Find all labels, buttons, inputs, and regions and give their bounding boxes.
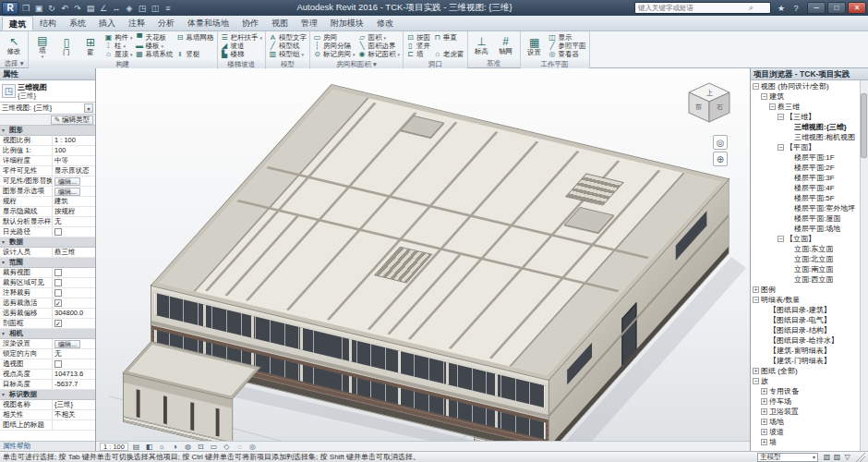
property-value[interactable]: 100 (53, 146, 95, 155)
chevron-down-icon[interactable]: ▾ (124, 43, 127, 49)
panel-label-洞口[interactable]: 洞口 (404, 60, 467, 68)
property-group-图形[interactable]: 图形 (0, 126, 95, 136)
expand-icon[interactable]: + (753, 286, 759, 293)
open-button[interactable]: ❒ (19, 2, 32, 15)
property-value[interactable] (53, 420, 95, 430)
property-value[interactable]: 不相关 (53, 410, 95, 419)
property-value[interactable]: 无 (53, 217, 95, 226)
chevron-down-icon[interactable]: ▾ (384, 35, 387, 41)
type-selector[interactable]: ◳ 三维视图 {三维} (0, 80, 95, 103)
select-links-button[interactable]: ▧ (822, 453, 832, 462)
infocenter-search[interactable]: ⌕ (634, 2, 771, 14)
button-轴网[interactable]: #轴网 (495, 32, 517, 58)
reveal-hidden-button[interactable]: ◎ (247, 443, 258, 451)
ribbon-tab-建筑[interactable]: 建筑 (2, 16, 33, 30)
property-value[interactable]: 按规程 (53, 207, 95, 216)
chevron-down-icon[interactable]: ▾ (130, 52, 133, 57)
ribbon-tab-系统[interactable]: 系统 (63, 16, 92, 30)
design-option-select[interactable]: 主模型 ▾ (757, 453, 818, 462)
browser-item[interactable]: +卫浴装置 (751, 407, 868, 417)
expand-icon[interactable]: + (761, 408, 767, 415)
ribbon-tab-管理[interactable]: 管理 (295, 16, 324, 30)
view-scale-button[interactable]: 1 : 100 (100, 443, 128, 451)
property-value[interactable]: ✓ (53, 319, 95, 328)
panel-label-房间和面积[interactable]: 房间和面积 ▾ (310, 60, 403, 68)
button-墙[interactable]: ▤墙▾ (31, 32, 54, 59)
button-幕墙系统[interactable]: ▦幕墙系统 (136, 50, 174, 58)
browser-item[interactable]: −【立面】 (751, 234, 868, 244)
button-设置[interactable]: ▦设置 (524, 32, 546, 59)
property-value[interactable] (53, 268, 95, 277)
collapse-icon[interactable]: − (753, 378, 759, 384)
button-屋顶[interactable]: ⌂屋顶▾ (104, 50, 133, 58)
browser-item[interactable]: 【图纸目录-结构】 (751, 325, 868, 335)
button-门[interactable]: ▯门 (55, 32, 78, 59)
property-group-标识数据[interactable]: 标识数据 (0, 390, 95, 400)
button-幕墙网格[interactable]: ⊟幕墙网格 (176, 33, 214, 42)
edit-button[interactable]: 编辑... (54, 340, 80, 348)
button-垂直[interactable]: ⊓垂直 (433, 33, 464, 42)
browser-item[interactable]: −明细表/数量 (751, 295, 868, 305)
viewcube[interactable]: 上 前 右 (683, 78, 735, 129)
shadows-button[interactable]: ◑ (170, 443, 180, 451)
browser-item[interactable]: 楼层平面:3F (751, 173, 868, 183)
panel-label-工作平面[interactable]: 工作平面 (521, 60, 589, 68)
select-pins-button[interactable]: ▨ (832, 453, 842, 462)
undo-button[interactable]: ↶ (58, 2, 71, 15)
tag-button[interactable]: ◈ (123, 2, 136, 15)
collapse-icon[interactable]: − (769, 103, 776, 110)
viewcube-right-label[interactable]: 右 (717, 103, 723, 111)
checkbox-unchecked[interactable] (54, 279, 62, 286)
panel-label-楼梯坡道[interactable]: 楼梯坡道 (218, 60, 266, 68)
button-标高[interactable]: ⊥标高 (471, 32, 493, 58)
collapse-icon[interactable]: − (753, 83, 759, 90)
panel-label-模型[interactable]: 模型 (266, 60, 309, 68)
ribbon-tab-分析[interactable]: 分析 (151, 16, 181, 30)
browser-item[interactable]: 楼层平面:5F (751, 193, 868, 203)
browser-item[interactable]: 楼层平面:屋面 (751, 213, 868, 224)
checkbox-unchecked[interactable] (54, 360, 62, 368)
search-icon[interactable]: ⌕ (749, 3, 753, 13)
expand-icon[interactable]: + (761, 429, 767, 435)
properties-help-link[interactable]: 属性帮助 (0, 441, 95, 451)
panel-label-选择[interactable]: 选择 ▾ (0, 59, 28, 67)
maximize-button[interactable]: □ (827, 2, 846, 14)
ribbon-tab-修改[interactable]: 修改 (370, 16, 400, 30)
checkbox-unchecked[interactable] (54, 228, 62, 236)
default-3d-view-button[interactable]: ◳ (136, 2, 149, 15)
browser-item[interactable]: 三维视图:{三维} (751, 122, 868, 132)
application-menu-button[interactable]: R (2, 2, 18, 15)
close-button[interactable]: ✕ (848, 2, 866, 14)
ribbon-tab-视图[interactable]: 视图 (265, 16, 295, 30)
browser-item[interactable]: 【图纸目录-电气】 (751, 315, 868, 325)
property-value[interactable]: -5637.7 (53, 380, 95, 389)
sync-button[interactable]: ↻ (45, 2, 58, 15)
favorites-button[interactable]: ★ (775, 2, 788, 14)
drawing-area[interactable]: 上 前 右 ◎ ⊕ (96, 68, 750, 441)
browser-item[interactable]: 楼层平面:场地 (751, 224, 868, 234)
aligned-dimension-button[interactable]: ↔ (110, 2, 123, 15)
property-value[interactable]: 编辑... (53, 339, 95, 348)
chevron-down-icon[interactable]: ▾ (353, 52, 356, 57)
property-value[interactable] (53, 359, 95, 369)
property-value[interactable]: 中等 (53, 156, 95, 165)
property-value[interactable]: 无 (53, 349, 95, 359)
expand-icon[interactable]: + (761, 388, 767, 395)
property-value[interactable] (53, 278, 95, 287)
unlock-view-button[interactable]: ◇ (222, 443, 232, 451)
collapse-icon[interactable]: − (778, 144, 784, 151)
browser-item[interactable]: −【三维】 (751, 112, 868, 122)
scrollbar-thumb[interactable] (861, 93, 867, 158)
browser-item[interactable]: +专用设备 (751, 386, 868, 396)
browser-item[interactable]: +图纸 (全部) (751, 366, 868, 376)
browser-item[interactable]: 立面:东立面 (751, 244, 868, 254)
property-value[interactable]: 104713.6 (53, 370, 95, 379)
collapse-icon[interactable]: − (778, 114, 784, 120)
print-button[interactable]: ▤ (84, 2, 97, 15)
zoom-icon[interactable]: ⊕ (713, 152, 728, 166)
property-group-范围[interactable]: 范围 (0, 258, 95, 268)
browser-item[interactable]: 【图纸目录-给排水】 (751, 335, 868, 346)
ribbon-tab-插入[interactable]: 插入 (92, 16, 122, 30)
browser-item[interactable]: 立面:南立面 (751, 264, 868, 274)
button-楼梯[interactable]: ▙楼梯 (221, 50, 263, 58)
